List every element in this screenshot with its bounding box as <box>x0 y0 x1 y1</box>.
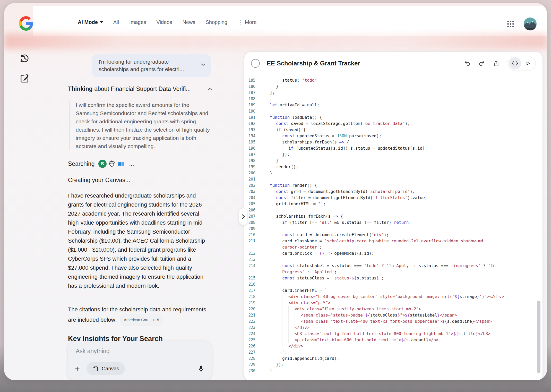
line-number: 198 <box>244 158 259 164</box>
status-circle-icon <box>251 59 260 68</box>
code-line: 217card.innerHTML = ` <box>244 287 541 294</box>
share-icon[interactable] <box>493 60 500 67</box>
nav-item-label: All <box>113 19 119 25</box>
code-line: 202function render() { <box>244 182 541 189</box>
redo-icon[interactable] <box>478 60 485 67</box>
code-line: 226</div> <box>244 343 541 349</box>
nav-item-shopping[interactable]: Shopping <box>205 19 227 25</box>
code-line: 224<h3 class="text-lg font-bold text-sla… <box>244 331 541 337</box>
nav-item-videos[interactable]: Videos <box>157 19 172 25</box>
code-text: }); <box>264 151 292 158</box>
code-line: 223</div> <box>244 325 541 331</box>
line-number: 201 <box>244 176 259 182</box>
code-text: card.className = 'scholarship-card bg-wh… <box>264 238 486 244</box>
code-text: card.innerHTML = ` <box>264 287 329 294</box>
code-text: const saved = localStorage.getItem('ee_t… <box>264 121 412 127</box>
line-number: 204 <box>244 195 259 201</box>
line-number: 191 <box>244 114 259 121</box>
code-text <box>264 257 266 263</box>
plus-icon[interactable]: + <box>75 364 80 373</box>
line-number: 203 <box>244 189 259 195</box>
code-text: if (updatedStatus[s.id]) s.status = upda… <box>264 145 430 151</box>
code-line: 188 <box>244 96 541 102</box>
nav-item-ai-mode[interactable]: AI Mode <box>78 19 103 25</box>
code-line: 228grid.appendChild(card); <box>244 355 541 362</box>
line-number: 210 <box>244 232 259 238</box>
code-line: 220<div class="flex justify-between item… <box>244 306 541 312</box>
user-query-bubble[interactable]: I'm looking for undergraduate scholarshi… <box>92 54 211 77</box>
code-text: } <box>264 158 281 164</box>
code-line: 218<div class="h-40 bg-cover bg-center" … <box>244 294 541 300</box>
code-text: const card = document.createElement('div… <box>264 232 391 238</box>
code-text: const updatedStatus = JSON.parse(saved); <box>264 133 384 139</box>
code-line: 211card.className = 'scholarship-card bg… <box>244 238 541 244</box>
chevron-up-icon[interactable] <box>207 87 213 91</box>
line-number: 192 <box>244 121 259 127</box>
code-text: if (saved) { <box>264 127 308 133</box>
line-number <box>244 244 259 250</box>
code-line: 209 <box>244 226 541 232</box>
line-number: 228 <box>244 355 259 362</box>
code-text: <p class="text-blue-600 font-bold text-s… <box>264 337 441 343</box>
chevron-down-icon[interactable] <box>200 63 206 66</box>
scrollbar-thumb[interactable] <box>537 301 540 373</box>
code-line: 208if (filter !== 'all' && s.status !== … <box>244 219 541 226</box>
nav-item-more[interactable]: ⋮More <box>238 19 257 25</box>
line-number: 185 <box>244 77 259 83</box>
avatar[interactable] <box>524 18 537 30</box>
undo-icon[interactable] <box>464 60 471 67</box>
ask-input[interactable]: Ask anything <box>76 348 110 355</box>
preview-play-button[interactable] <box>522 57 534 70</box>
apps-grid-icon[interactable] <box>506 20 515 28</box>
canvas-panel: EE Scholarship & Grant Tracker <box>244 52 543 380</box>
creating-canvas-status: Creating your Canvas... <box>68 177 130 184</box>
code-line: 225<p class="text-blue-600 font-bold tex… <box>244 337 541 343</box>
mic-icon[interactable] <box>197 365 205 372</box>
line-number: 189 <box>244 102 259 108</box>
code-text: let activeId = null; <box>264 102 322 108</box>
nav-item-all[interactable]: All <box>113 19 119 25</box>
code-line: 207scholarships.forEach(s => { <box>244 213 541 219</box>
panel-expand-button[interactable] <box>239 208 247 225</box>
compose-icon[interactable] <box>19 72 30 84</box>
nav-item-images[interactable]: Images <box>129 19 146 25</box>
line-number: 200 <box>244 170 259 176</box>
code-text <box>264 281 266 287</box>
line-number: 223 <box>244 325 259 331</box>
code-text: cursor-pointer'; <box>264 244 324 250</box>
line-number: 199 <box>244 164 259 170</box>
caret-down-icon <box>100 21 103 23</box>
code-text: `; <box>264 349 290 355</box>
canvas-title: EE Scholarship & Grant Tracker <box>267 60 360 67</box>
line-number: 225 <box>244 337 259 343</box>
code-text: scholarships.forEach(s => { <box>264 139 352 145</box>
searching-ellipsis: ... <box>129 160 134 167</box>
code-text: const statusLabel = s.status === 'todo' … <box>264 263 498 269</box>
thinking-bold: Thinking <box>68 86 93 92</box>
nav-item-label: AI Mode <box>78 19 98 25</box>
code-line: 212card.onclick = () => openModal(s.id); <box>244 250 541 257</box>
line-number: 215 <box>244 275 259 281</box>
line-number: 226 <box>244 343 259 349</box>
code-view-button[interactable] <box>509 57 521 70</box>
code-line: 185status: "todo" <box>244 77 541 83</box>
query-text-line1: I'm looking for undergraduate <box>99 58 196 65</box>
thinking-header[interactable]: Thinking about Financial Support Data Ve… <box>68 86 213 92</box>
nav-item-news[interactable]: News <box>182 19 195 25</box>
citations-chip[interactable]: American Cou... +15 <box>120 314 162 326</box>
history-icon[interactable] <box>19 53 30 64</box>
code-line: 200} <box>244 170 541 176</box>
code-editor[interactable]: 185status: "todo"186}187];188189let acti… <box>244 75 541 378</box>
google-logo[interactable] <box>19 16 33 31</box>
ask-anything-box[interactable]: Ask anything + Canvas <box>68 341 212 380</box>
code-line: 219<div class="p-5"> <box>244 300 541 306</box>
canvas-button[interactable]: Canvas <box>87 362 125 375</box>
code-text: if (filter !== 'all' && s.status !== fil… <box>264 219 414 226</box>
line-number: 213 <box>244 257 259 263</box>
line-number: 193 <box>244 127 259 133</box>
code-text <box>264 207 266 213</box>
code-text: <div class="p-5"> <box>264 300 333 306</box>
line-number: 202 <box>244 182 259 189</box>
code-text: </div> <box>264 325 312 331</box>
line-number: 195 <box>244 139 259 145</box>
